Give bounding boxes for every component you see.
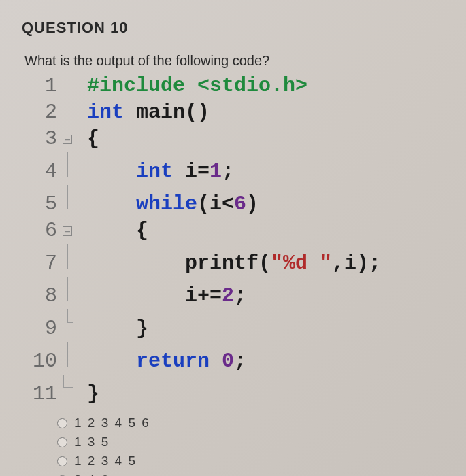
code-line: 4 int i=1; (27, 152, 444, 185)
answer-label: 1 2 3 4 5 (74, 454, 137, 469)
line-number: 7 (27, 250, 60, 277)
code-text: #include <stdio.h> (87, 73, 307, 99)
code-line: 1#include <stdio.h> (27, 73, 444, 99)
line-number: 5 (27, 191, 60, 218)
answer-option[interactable]: 1 2 3 4 5 6 (57, 415, 444, 430)
fold-guide-line (67, 152, 68, 177)
code-text: return 0; (87, 348, 246, 375)
code-text: printf("%d ",i); (87, 250, 381, 277)
radio-icon[interactable] (57, 456, 67, 466)
fold-guide-tee (67, 309, 75, 334)
question-number: QUESTION 10 (22, 19, 444, 37)
question-text: What is the output of the following code… (24, 53, 444, 69)
code-text: { (87, 126, 99, 152)
code-line: 5 while(i<6) (27, 185, 444, 218)
line-number: 10 (27, 348, 60, 375)
fold-guide-end (63, 375, 75, 399)
fold-guide-line (67, 244, 68, 269)
code-line: 3{ (27, 126, 444, 152)
answer-label: 1 2 3 4 5 6 (74, 415, 150, 430)
code-fold-gutter (60, 375, 87, 399)
code-fold-gutter (60, 185, 87, 209)
line-number: 2 (27, 99, 60, 126)
line-number: 3 (27, 126, 60, 152)
fold-guide-line (67, 185, 68, 209)
code-line: 11} (27, 375, 444, 407)
code-line: 2int main() (27, 99, 444, 126)
line-number: 11 (27, 381, 60, 407)
answer-option[interactable]: 1 3 5 (57, 435, 444, 449)
line-number: 8 (27, 283, 60, 309)
code-fold-gutter (60, 226, 87, 236)
line-number: 9 (27, 316, 60, 342)
radio-icon[interactable] (57, 418, 67, 428)
code-text: int main() (87, 99, 210, 126)
fold-guide-line (67, 277, 68, 301)
code-line: 6 { (27, 218, 444, 244)
code-text: } (87, 316, 148, 342)
code-fold-gutter (60, 277, 87, 301)
answer-list: 1 2 3 4 5 61 3 51 2 3 4 52 4 6 (57, 415, 444, 476)
code-fold-gutter (60, 342, 87, 367)
code-fold-gutter (60, 309, 87, 334)
code-text: } (87, 381, 99, 407)
answer-option[interactable]: 2 4 6 (57, 473, 444, 476)
fold-toggle-icon[interactable] (63, 135, 72, 144)
code-fold-gutter (60, 152, 87, 177)
code-line: 7 printf("%d ",i); (27, 244, 444, 277)
code-block: 1#include <stdio.h>2int main()3{4 int i=… (27, 73, 444, 407)
code-line: 8 i+=2; (27, 277, 444, 309)
answer-option[interactable]: 1 2 3 4 5 (57, 454, 444, 469)
code-fold-gutter (60, 244, 87, 269)
code-text: while(i<6) (87, 191, 259, 218)
line-number: 1 (27, 73, 60, 99)
code-text: int i=1; (87, 158, 234, 185)
code-fold-gutter (60, 135, 87, 144)
code-text: { (87, 218, 148, 244)
code-line: 10 return 0; (27, 342, 444, 375)
fold-guide-line (67, 342, 68, 367)
radio-icon[interactable] (57, 437, 67, 447)
fold-toggle-icon[interactable] (63, 226, 72, 236)
answer-label: 1 3 5 (74, 435, 110, 449)
line-number: 6 (27, 218, 60, 244)
answer-label: 2 4 6 (74, 473, 110, 476)
line-number: 4 (27, 158, 60, 185)
code-line: 9 } (27, 309, 444, 342)
code-text: i+=2; (87, 283, 246, 309)
